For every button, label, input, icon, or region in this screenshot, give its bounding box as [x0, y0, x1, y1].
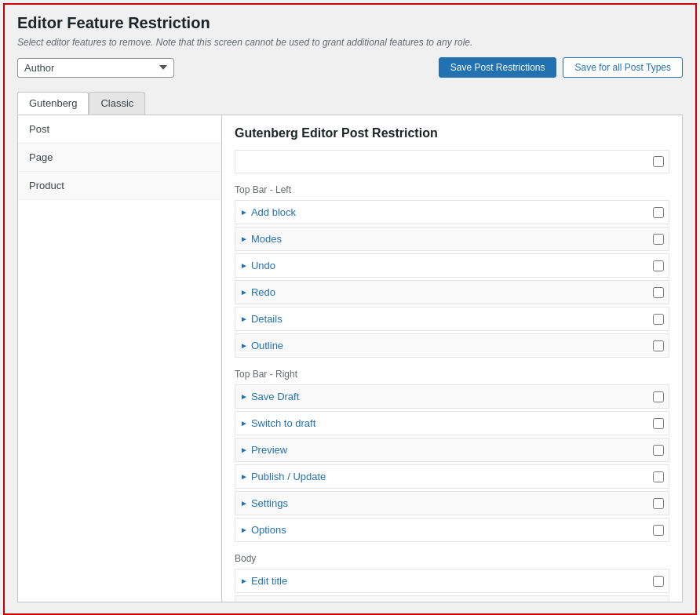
edit-title-link[interactable]: ► Edit title [240, 575, 287, 587]
outline-link[interactable]: ► Outline [240, 340, 283, 351]
edit-title-checkbox[interactable] [653, 576, 664, 587]
switch-to-draft-checkbox[interactable] [653, 418, 664, 429]
arrow-icon-outline: ► [240, 341, 248, 350]
section-top-bar-right-label: Top Bar - Right [235, 369, 669, 380]
arrow-icon-modes: ► [240, 235, 248, 243]
publish-update-label: Publish / Update [251, 471, 326, 482]
arrow-icon-preview: ► [240, 446, 248, 454]
arrow-icon-publish: ► [240, 472, 248, 481]
feature-options: ► Options [235, 518, 669, 542]
page-subtitle: Select editor features to remove. Note t… [17, 37, 683, 48]
publish-update-link[interactable]: ► Publish / Update [240, 471, 326, 482]
publish-update-checkbox[interactable] [653, 471, 664, 482]
tabs-area: Gutenberg Classic Post Page Product Gute… [17, 92, 683, 602]
panel-title: Gutenberg Editor Post Restriction [235, 126, 669, 140]
feature-publish-update: ► Publish / Update [235, 464, 669, 489]
options-checkbox[interactable] [653, 525, 664, 536]
arrow-icon: ► [240, 208, 248, 217]
edit-title-label: Edit title [251, 575, 287, 587]
outline-checkbox[interactable] [653, 340, 664, 351]
main-panel: Gutenberg Editor Post Restriction Top Ba… [222, 115, 682, 602]
select-all-checkbox[interactable] [653, 156, 664, 167]
feature-undo: ► Undo [235, 253, 669, 278]
options-link[interactable]: ► Options [240, 524, 286, 536]
button-group: Save Post Restrictions Save for all Post… [439, 57, 683, 78]
page-header: Editor Feature Restriction Select editor… [5, 5, 695, 92]
sidebar-item-page[interactable]: Page [18, 144, 221, 172]
content-area: Post Page Product Gutenberg Editor Post … [17, 115, 683, 602]
section-top-bar-left-label: Top Bar - Left [235, 184, 669, 195]
redo-label: Redo [251, 286, 275, 298]
select-all-row [235, 150, 669, 173]
section-body-label: Body [235, 553, 669, 564]
redo-link[interactable]: ► Redo [240, 286, 275, 298]
modes-label: Modes [251, 233, 282, 245]
preview-checkbox[interactable] [653, 445, 664, 456]
save-draft-link[interactable]: ► Save Draft [240, 391, 299, 402]
save-post-restrictions-button[interactable]: Save Post Restrictions [439, 57, 557, 78]
feature-add-block: ► Add block [235, 200, 669, 224]
add-block-label: Add block [251, 206, 296, 218]
sidebar: Post Page Product [18, 115, 222, 602]
arrow-icon-save-draft: ► [240, 392, 248, 401]
feature-switch-to-draft: ► Switch to draft [235, 411, 669, 435]
settings-checkbox[interactable] [653, 498, 664, 509]
role-select[interactable]: Author Editor Subscriber Contributor [17, 58, 174, 78]
details-checkbox[interactable] [653, 314, 664, 325]
tab-bar: Gutenberg Classic [17, 92, 683, 115]
undo-label: Undo [251, 260, 275, 271]
preview-link[interactable]: ► Preview [240, 444, 287, 456]
arrow-icon-settings: ► [240, 499, 248, 508]
feature-edit-title: ► Edit title [235, 569, 669, 593]
add-block-checkbox[interactable] [653, 207, 664, 218]
arrow-icon-switch-draft: ► [240, 419, 248, 428]
add-block-link[interactable]: ► Add block [240, 206, 296, 218]
arrow-icon-edit-title: ► [240, 577, 248, 585]
tab-gutenberg[interactable]: Gutenberg [17, 92, 89, 115]
feature-redo: ► Redo [235, 280, 669, 304]
arrow-icon-options: ► [240, 526, 248, 534]
details-label: Details [251, 313, 283, 325]
outline-label: Outline [251, 340, 283, 351]
feature-details: ► Details [235, 307, 669, 331]
arrow-icon-redo: ► [240, 288, 248, 297]
feature-outline: ► Outline [235, 333, 669, 358]
settings-link[interactable]: ► Settings [240, 497, 288, 509]
feature-save-draft: ► Save Draft [235, 384, 669, 409]
save-all-post-types-button[interactable]: Save for all Post Types [563, 57, 683, 78]
preview-label: Preview [251, 444, 287, 456]
sidebar-item-product[interactable]: Product [18, 172, 221, 200]
switch-to-draft-link[interactable]: ► Switch to draft [240, 417, 315, 429]
modes-checkbox[interactable] [653, 234, 664, 245]
feature-preview: ► Preview [235, 438, 669, 462]
sidebar-item-post[interactable]: Post [18, 115, 221, 144]
tab-classic[interactable]: Classic [89, 92, 145, 115]
save-draft-checkbox[interactable] [653, 391, 664, 402]
options-label: Options [251, 524, 286, 536]
arrow-icon-details: ► [240, 315, 248, 323]
redo-checkbox[interactable] [653, 287, 664, 298]
top-controls: Author Editor Subscriber Contributor Sav… [17, 57, 683, 78]
details-link[interactable]: ► Details [240, 313, 283, 325]
modes-link[interactable]: ► Modes [240, 233, 282, 245]
save-draft-label: Save Draft [251, 391, 299, 402]
switch-to-draft-label: Switch to draft [251, 417, 315, 429]
undo-checkbox[interactable] [653, 260, 664, 271]
page-title: Editor Feature Restriction [17, 14, 683, 32]
page-container: Editor Feature Restriction Select editor… [3, 3, 697, 615]
settings-label: Settings [251, 497, 288, 509]
feature-settings: ► Settings [235, 491, 669, 515]
feature-content: ► Content [235, 595, 669, 602]
arrow-icon-undo: ► [240, 261, 248, 270]
undo-link[interactable]: ► Undo [240, 260, 275, 271]
feature-modes: ► Modes [235, 227, 669, 251]
